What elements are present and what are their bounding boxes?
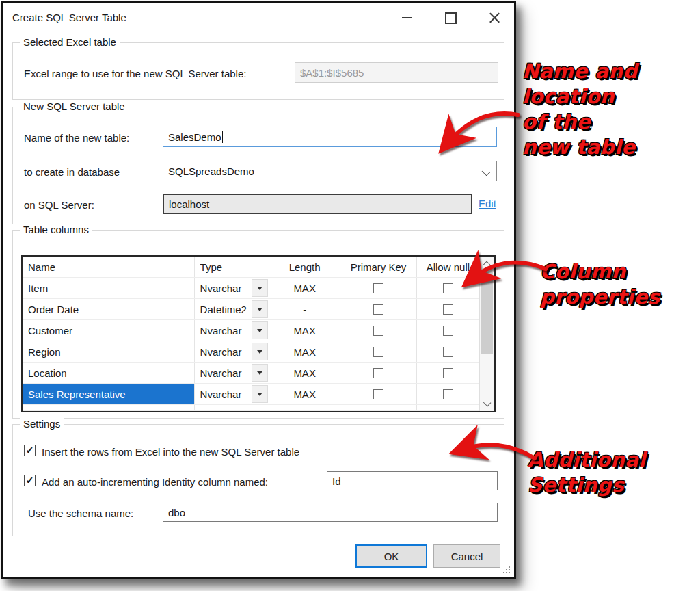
- cell-empty: [195, 405, 269, 410]
- allow-null-checkbox[interactable]: [443, 389, 453, 399]
- schema-name-value: dbo: [168, 507, 185, 518]
- table-row[interactable]: Item Nvarchar MAX: [23, 278, 479, 299]
- header-type: Type: [195, 257, 269, 277]
- edit-server-link[interactable]: Edit: [479, 198, 496, 209]
- database-dropdown[interactable]: SQLSpreadsDemo: [163, 161, 497, 181]
- cell-primary-key[interactable]: [340, 320, 416, 341]
- type-dropdown-icon[interactable]: [252, 279, 268, 297]
- cell-allow-null[interactable]: [417, 384, 479, 404]
- cell-column-type[interactable]: Nvarchar: [195, 384, 269, 404]
- cancel-button[interactable]: Cancel: [433, 544, 500, 568]
- database-value: SQLSpreadsDemo: [168, 166, 254, 177]
- cell-column-name[interactable]: Order Date: [23, 299, 195, 319]
- primary-key-checkbox[interactable]: [373, 304, 383, 315]
- cell-column-length[interactable]: -: [269, 299, 340, 319]
- allow-null-checkbox[interactable]: [443, 347, 453, 357]
- allow-null-checkbox[interactable]: [443, 326, 453, 336]
- group-selected-excel-table: Selected Excel table Excel range to use …: [12, 42, 504, 100]
- primary-key-checkbox[interactable]: [373, 389, 383, 399]
- type-value: Datetime2: [200, 304, 247, 315]
- cell-column-name[interactable]: Customer: [23, 320, 195, 341]
- group-legend: Settings: [20, 418, 64, 430]
- maximize-button[interactable]: [433, 3, 468, 33]
- cell-column-type[interactable]: Nvarchar: [195, 278, 269, 298]
- cell-primary-key[interactable]: [340, 363, 416, 383]
- cell-primary-key[interactable]: [340, 384, 416, 404]
- type-value: Nvarchar: [200, 346, 242, 358]
- allow-null-checkbox[interactable]: [443, 283, 453, 293]
- type-dropdown-icon[interactable]: [252, 364, 268, 382]
- identity-name-value: Id: [332, 475, 341, 487]
- columns-grid: Name Type Length Primary Key Allow null …: [21, 255, 496, 412]
- cell-column-type[interactable]: Nvarchar: [195, 320, 269, 341]
- allow-null-checkbox[interactable]: [443, 304, 453, 315]
- length-value: MAX: [293, 283, 316, 294]
- partial-row: [23, 405, 479, 411]
- title-bar[interactable]: Create SQL Server Table: [3, 3, 514, 33]
- length-value: MAX: [293, 389, 316, 400]
- cell-column-type[interactable]: Nvarchar: [195, 363, 269, 383]
- screenshot-stage: Create SQL Server Table Selected Excel t…: [0, 0, 700, 591]
- cell-column-type[interactable]: Datetime2: [195, 299, 269, 319]
- cell-column-length[interactable]: MAX: [269, 341, 340, 362]
- ok-button[interactable]: OK: [355, 544, 427, 568]
- cell-allow-null[interactable]: [417, 320, 479, 341]
- close-button[interactable]: [477, 3, 511, 33]
- cell-primary-key[interactable]: [340, 299, 416, 319]
- cell-column-length[interactable]: MAX: [269, 384, 340, 404]
- type-dropdown-icon[interactable]: [252, 385, 268, 403]
- annotation-name-location: Name and location of the new table: [522, 59, 644, 160]
- insert-rows-checkbox[interactable]: [24, 445, 36, 456]
- table-row[interactable]: Order Date Datetime2 -: [23, 299, 479, 320]
- window-title: Create SQL Server Table: [12, 12, 126, 23]
- group-table-columns: Table columns Name Type Length Primary K…: [12, 230, 504, 419]
- database-label: to create in database: [24, 166, 120, 178]
- type-dropdown-icon[interactable]: [252, 343, 268, 360]
- allow-null-checkbox[interactable]: [443, 368, 453, 378]
- scroll-down-icon[interactable]: [483, 399, 492, 407]
- minimize-icon: [402, 17, 412, 18]
- schema-name-input[interactable]: dbo: [163, 503, 498, 522]
- cell-column-length[interactable]: MAX: [269, 320, 340, 341]
- header-name: Name: [23, 257, 195, 277]
- cell-column-name[interactable]: Item: [23, 278, 195, 298]
- cell-column-length[interactable]: MAX: [269, 363, 340, 383]
- cell-column-name[interactable]: Region: [23, 341, 195, 362]
- cell-column-length[interactable]: MAX: [269, 278, 340, 298]
- table-row[interactable]: Customer Nvarchar MAX: [23, 320, 479, 341]
- excel-range-value: $A$1:$I$5685: [300, 67, 364, 79]
- insert-rows-label: Insert the rows from Excel into the new …: [42, 446, 299, 458]
- minimize-button[interactable]: [390, 3, 424, 33]
- scroll-up-icon[interactable]: [483, 261, 492, 270]
- length-value: MAX: [293, 346, 316, 358]
- resize-grip-icon[interactable]: [503, 566, 511, 574]
- cell-allow-null[interactable]: [417, 363, 479, 383]
- maximize-icon: [445, 12, 457, 24]
- cell-empty: [23, 405, 195, 410]
- primary-key-checkbox[interactable]: [373, 326, 383, 336]
- cell-allow-null[interactable]: [417, 341, 479, 362]
- type-dropdown-icon[interactable]: [252, 300, 268, 318]
- primary-key-checkbox[interactable]: [373, 368, 383, 378]
- type-dropdown-icon[interactable]: [252, 321, 268, 339]
- table-row[interactable]: Location Nvarchar MAX: [23, 363, 479, 384]
- cell-column-name[interactable]: Sales Representative: [23, 384, 195, 404]
- identity-label: Add an auto-incrementing Identity column…: [42, 476, 268, 488]
- table-row[interactable]: Region Nvarchar MAX: [23, 341, 479, 363]
- primary-key-checkbox[interactable]: [373, 347, 383, 357]
- vertical-scrollbar[interactable]: [479, 257, 494, 411]
- length-value: MAX: [293, 325, 316, 337]
- cell-column-type[interactable]: Nvarchar: [195, 341, 269, 362]
- cell-primary-key[interactable]: [340, 278, 416, 298]
- identity-checkbox[interactable]: [24, 475, 36, 486]
- table-row[interactable]: Sales Representative Nvarchar MAX: [23, 384, 479, 405]
- type-value: Nvarchar: [200, 283, 242, 294]
- primary-key-checkbox[interactable]: [373, 283, 383, 293]
- scrollbar-thumb[interactable]: [481, 272, 493, 354]
- table-name-input[interactable]: SalesDemo: [163, 127, 497, 147]
- cell-column-name[interactable]: Location: [23, 363, 195, 383]
- identity-name-input[interactable]: Id: [327, 471, 498, 490]
- cell-allow-null[interactable]: [417, 299, 479, 319]
- cell-primary-key[interactable]: [340, 341, 416, 362]
- cell-allow-null[interactable]: [417, 278, 479, 298]
